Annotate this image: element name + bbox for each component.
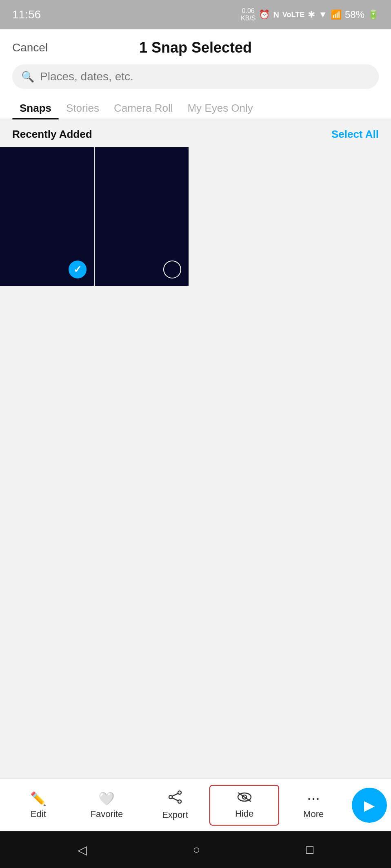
tab-snaps[interactable]: Snaps (12, 98, 59, 119)
hide-icon (237, 791, 252, 806)
favorite-label: Favorite (91, 809, 123, 819)
svg-line-4 (172, 797, 178, 800)
checkmark-icon: ✓ (73, 264, 82, 275)
svg-point-0 (169, 795, 172, 799)
more-label: More (303, 809, 324, 819)
svg-line-3 (172, 793, 178, 796)
cancel-button[interactable]: Cancel (12, 41, 48, 54)
select-all-button[interactable]: Select All (331, 128, 379, 141)
edit-icon: ✏️ (30, 791, 47, 806)
header-top: Cancel 1 Snap Selected (12, 39, 379, 56)
battery-level: 58% (345, 9, 364, 20)
snap-item[interactable] (95, 147, 189, 286)
send-button[interactable]: ▶ (352, 788, 387, 823)
svg-point-2 (178, 800, 181, 803)
search-input[interactable] (40, 70, 370, 83)
export-button[interactable]: Export (141, 786, 209, 824)
recents-nav-button[interactable]: □ (306, 843, 313, 857)
edit-label: Edit (31, 809, 46, 819)
snap-grid: ✓ (0, 147, 391, 286)
svg-point-1 (178, 791, 181, 794)
content-area: Recently Added Select All ✓ (0, 119, 391, 532)
tab-my-eyes-only[interactable]: My Eyes Only (180, 98, 260, 119)
data-speed-icon: 0.06KB/S (241, 7, 255, 22)
section-header: Recently Added Select All (0, 119, 391, 147)
bottom-toolbar: ✏️ Edit 🤍 Favorite Export Hide (0, 778, 391, 831)
hide-button[interactable]: Hide (209, 785, 280, 826)
alarm-icon: ⏰ (259, 9, 270, 20)
snap-item[interactable]: ✓ (0, 147, 94, 286)
hide-label: Hide (235, 808, 253, 819)
more-icon: ⋯ (307, 791, 320, 806)
heart-icon: 🤍 (98, 791, 115, 806)
tab-camera-roll[interactable]: Camera Roll (107, 98, 180, 119)
export-label: Export (162, 810, 188, 820)
more-button[interactable]: ⋯ More (279, 787, 348, 824)
section-title: Recently Added (12, 128, 92, 141)
search-bar: 🔍 (12, 64, 379, 89)
share-icon (168, 790, 182, 807)
content-spacer (0, 532, 391, 778)
volte-icon: VoLTE (282, 11, 304, 19)
snap-check-unselected (163, 261, 181, 278)
snap-check-selected: ✓ (69, 261, 87, 278)
status-time: 11:56 (12, 8, 41, 21)
wifi-icon: ▼ (318, 9, 327, 20)
page-title: 1 Snap Selected (139, 39, 252, 56)
battery-icon: 🔋 (368, 9, 379, 20)
status-icons: 0.06KB/S ⏰ N VoLTE ✱ ▼ 📶 58% 🔋 (241, 7, 379, 22)
search-icon: 🔍 (21, 71, 34, 83)
tab-stories[interactable]: Stories (59, 98, 107, 119)
nfc-icon: N (273, 10, 279, 20)
edit-button[interactable]: ✏️ Edit (4, 787, 73, 824)
nav-bar: ◁ ○ □ (0, 831, 391, 868)
home-nav-button[interactable]: ○ (193, 843, 200, 857)
header: Cancel 1 Snap Selected 🔍 Snaps Stories C… (0, 29, 391, 119)
favorite-button[interactable]: 🤍 Favorite (73, 787, 141, 824)
back-nav-button[interactable]: ◁ (78, 843, 87, 857)
send-icon: ▶ (364, 797, 375, 813)
signal-icon: 📶 (331, 9, 342, 20)
status-bar: 11:56 0.06KB/S ⏰ N VoLTE ✱ ▼ 📶 58% 🔋 (0, 0, 391, 29)
tabs: Snaps Stories Camera Roll My Eyes Only (12, 98, 379, 119)
bluetooth-icon: ✱ (308, 9, 315, 20)
